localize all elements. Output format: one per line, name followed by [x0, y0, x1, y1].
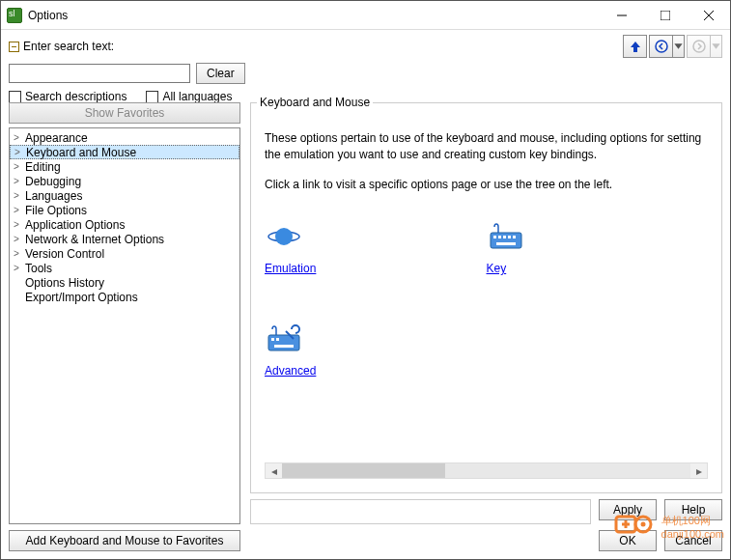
tree-item-appearance[interactable]: >Appearance	[10, 130, 239, 145]
expander-icon[interactable]: >	[14, 176, 25, 186]
expander-icon[interactable]: >	[14, 248, 25, 259]
tree-item-languages[interactable]: >Languages	[10, 188, 239, 203]
keyboard-wrench-icon	[265, 323, 303, 354]
panel-description: These options pertain to use of the keyb…	[265, 130, 708, 163]
options-panel: Keyboard and Mouse These options pertain…	[250, 102, 722, 493]
ok-button[interactable]: OK	[599, 530, 657, 551]
collapse-search-icon[interactable]	[9, 42, 19, 52]
tree-item-label: Export/Import Options	[25, 291, 138, 304]
show-favorites-button[interactable]: Show Favorites	[9, 102, 240, 124]
checkbox-label: Search descriptions	[25, 90, 127, 103]
svg-rect-1	[661, 11, 670, 20]
option-key: Key	[487, 221, 709, 275]
nav-forward-dropdown[interactable]	[711, 35, 722, 58]
tree-item-export-import-options[interactable]: >Export/Import Options	[10, 290, 239, 304]
svg-rect-10	[498, 236, 501, 238]
expander-icon[interactable]: >	[14, 161, 25, 172]
tree-item-label: Languages	[25, 189, 82, 203]
tree-item-application-options[interactable]: >Application Options	[10, 217, 239, 232]
keyboard-icon	[487, 221, 525, 252]
link-advanced[interactable]: Advanced	[265, 364, 316, 378]
tree-item-label: File Options	[25, 204, 87, 217]
svg-point-4	[656, 41, 667, 52]
expander-icon[interactable]: >	[14, 132, 25, 143]
all-languages-checkbox[interactable]: All languages	[146, 90, 232, 103]
tree-item-label: Version Control	[25, 247, 104, 261]
svg-rect-16	[271, 338, 274, 341]
tree-item-label: Application Options	[25, 218, 125, 232]
option-emulation: Emulation	[265, 221, 487, 275]
add-to-favorites-button[interactable]: Add Keyboard and Mouse to Favorites	[9, 530, 240, 551]
tree-item-options-history[interactable]: >Options History	[10, 275, 239, 290]
svg-rect-13	[513, 236, 516, 238]
nav-back-dropdown[interactable]	[673, 35, 685, 58]
svg-point-5	[693, 41, 705, 52]
svg-rect-14	[496, 242, 516, 245]
tree-item-file-options[interactable]: >File Options	[10, 203, 239, 217]
expander-icon[interactable]: >	[14, 190, 25, 201]
checkbox-icon	[9, 91, 21, 103]
saturn-icon	[265, 221, 303, 252]
svg-rect-8	[491, 233, 521, 248]
svg-rect-15	[268, 335, 299, 350]
svg-rect-18	[274, 345, 294, 348]
tree-item-label: Appearance	[25, 131, 88, 145]
expander-icon[interactable]: >	[14, 147, 26, 157]
titlebar: Options	[1, 1, 730, 30]
nav-up-button[interactable]	[623, 35, 647, 58]
link-emulation[interactable]: Emulation	[265, 262, 316, 275]
tree-item-label: Editing	[25, 160, 61, 174]
maximize-button[interactable]	[643, 1, 687, 29]
minimize-button[interactable]	[600, 1, 643, 29]
search-input[interactable]	[9, 64, 190, 83]
svg-rect-17	[276, 338, 279, 341]
apply-button[interactable]: Apply	[599, 499, 657, 520]
checkbox-icon	[146, 91, 158, 103]
tree-item-label: Keyboard and Mouse	[26, 146, 136, 159]
svg-rect-11	[503, 236, 506, 238]
expander-icon[interactable]: >	[14, 234, 25, 244]
scroll-left-arrow[interactable]: ◂	[266, 463, 282, 478]
cancel-button[interactable]: Cancel	[664, 530, 722, 551]
tree-item-network-internet-options[interactable]: >Network & Internet Options	[10, 232, 239, 246]
tree-item-editing[interactable]: >Editing	[10, 159, 239, 174]
tree-item-debugging[interactable]: >Debugging	[10, 174, 239, 188]
option-advanced: Advanced	[265, 323, 487, 378]
tree-item-label: Options History	[25, 276, 104, 290]
checkbox-label: All languages	[162, 90, 232, 103]
options-tree[interactable]: >Appearance>Keyboard and Mouse>Editing>D…	[9, 127, 240, 524]
close-button[interactable]	[687, 1, 730, 29]
tree-item-label: Debugging	[25, 175, 81, 188]
nav-forward-button[interactable]	[687, 35, 711, 58]
svg-point-7	[275, 228, 293, 245]
horizontal-scrollbar[interactable]: ◂ ▸	[265, 462, 708, 479]
clear-button[interactable]: Clear	[196, 63, 245, 84]
tree-item-keyboard-and-mouse[interactable]: >Keyboard and Mouse	[10, 145, 239, 159]
app-icon	[7, 8, 22, 23]
svg-rect-9	[493, 236, 496, 238]
link-key[interactable]: Key	[487, 262, 507, 275]
search-descriptions-checkbox[interactable]: Search descriptions	[9, 90, 127, 103]
expander-icon[interactable]: >	[14, 263, 25, 273]
tree-item-version-control[interactable]: >Version Control	[10, 246, 239, 261]
status-frame	[250, 499, 591, 524]
search-label: Enter search text:	[23, 40, 114, 53]
tree-item-label: Tools	[25, 262, 52, 275]
panel-title: Keyboard and Mouse	[257, 96, 373, 109]
help-button[interactable]: Help	[664, 499, 722, 520]
expander-icon[interactable]: >	[14, 219, 25, 230]
panel-hint: Click a link to visit a specific options…	[265, 177, 708, 193]
svg-rect-12	[508, 236, 511, 238]
tree-item-tools[interactable]: >Tools	[10, 261, 239, 275]
nav-back-button[interactable]	[649, 35, 673, 58]
tree-item-label: Network & Internet Options	[25, 233, 164, 246]
expander-icon[interactable]: >	[14, 205, 25, 215]
scroll-right-arrow[interactable]: ▸	[690, 463, 707, 478]
window-title: Options	[28, 9, 600, 22]
